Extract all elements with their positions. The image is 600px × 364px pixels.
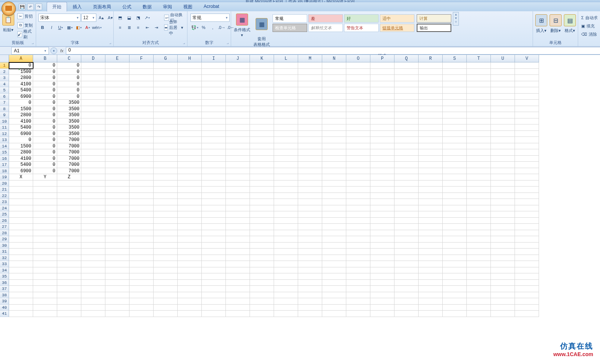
cell-D34[interactable] (81, 267, 105, 274)
cell-G31[interactable] (154, 249, 178, 255)
fill-color-button[interactable]: ◧ (75, 23, 83, 32)
cell-C1[interactable]: 0 (57, 62, 81, 69)
cell-K4[interactable] (250, 81, 274, 88)
cell-O3[interactable] (346, 75, 370, 81)
colhdr-D[interactable]: D (81, 55, 105, 62)
cell-F21[interactable] (129, 187, 154, 193)
cell-V8[interactable] (515, 106, 539, 112)
cell-M27[interactable] (298, 224, 322, 230)
fill-button[interactable]: ▣填充 (581, 22, 598, 30)
cell-E38[interactable] (105, 292, 129, 299)
cell-T22[interactable] (467, 193, 491, 199)
cell-H13[interactable] (178, 137, 202, 143)
cell-F26[interactable] (129, 218, 154, 224)
cell-N15[interactable] (322, 149, 346, 156)
cell-U23[interactable] (491, 199, 515, 205)
colhdr-F[interactable]: F (129, 55, 154, 62)
cell-C14[interactable]: 7000 (57, 143, 81, 150)
cell-I24[interactable] (202, 205, 226, 212)
cell-T26[interactable] (467, 218, 491, 224)
cell-I14[interactable] (202, 143, 226, 150)
cell-H2[interactable] (178, 69, 202, 75)
cell-H37[interactable] (178, 286, 202, 292)
cell-A10[interactable]: 4100 (9, 118, 33, 125)
cell-N10[interactable] (322, 118, 346, 125)
cell-L17[interactable] (274, 162, 298, 168)
cell-J8[interactable] (226, 106, 250, 112)
cell-I27[interactable] (202, 224, 226, 230)
cell-J34[interactable] (226, 267, 250, 274)
cell-H3[interactable] (178, 75, 202, 81)
cell-U22[interactable] (491, 193, 515, 199)
cell-K38[interactable] (250, 292, 274, 299)
cell-S3[interactable] (443, 75, 467, 81)
cell-N1[interactable] (322, 62, 346, 69)
cell-D26[interactable] (81, 218, 105, 224)
cell-H27[interactable] (178, 224, 202, 230)
rowhdr-39[interactable]: 39 (0, 298, 9, 305)
cell-C7[interactable]: 3500 (57, 100, 81, 106)
style-计算[interactable]: 计算 (417, 14, 451, 23)
cell-O9[interactable] (346, 112, 370, 118)
cell-O26[interactable] (346, 218, 370, 224)
column-headers[interactable]: ABCDEFGHIJKLMNOPQRSTUV (9, 55, 600, 62)
cell-M5[interactable] (298, 87, 322, 94)
cell-T29[interactable] (467, 236, 491, 243)
cell-G5[interactable] (154, 87, 178, 94)
cell-R25[interactable] (419, 211, 443, 218)
cell-Q37[interactable] (394, 286, 419, 292)
cell-O22[interactable] (346, 193, 370, 199)
cell-P18[interactable] (370, 168, 394, 174)
rowhdr-11[interactable]: 11 (0, 124, 9, 131)
cell-V33[interactable] (515, 261, 539, 267)
cell-S25[interactable] (443, 211, 467, 218)
align-bottom-icon[interactable]: ⬔ (134, 14, 142, 22)
cell-E12[interactable] (105, 131, 129, 137)
cell-I5[interactable] (202, 87, 226, 94)
cell-Q5[interactable] (394, 87, 419, 94)
cell-F40[interactable] (129, 305, 154, 311)
cell-P12[interactable] (370, 131, 394, 137)
cell-D41[interactable] (81, 311, 105, 317)
cell-Q6[interactable] (394, 94, 419, 100)
rowhdr-38[interactable]: 38 (0, 292, 9, 299)
cell-B33[interactable] (33, 261, 57, 267)
cell-B13[interactable]: 0 (33, 137, 57, 143)
cell-G37[interactable] (154, 286, 178, 292)
rowhdr-7[interactable]: 7 (0, 100, 9, 106)
cell-N29[interactable] (322, 236, 346, 243)
cell-G4[interactable] (154, 81, 178, 88)
cell-D4[interactable] (81, 81, 105, 88)
cell-S27[interactable] (443, 224, 467, 230)
cell-O30[interactable] (346, 243, 370, 249)
cell-M1[interactable] (298, 62, 322, 69)
cell-E4[interactable] (105, 81, 129, 88)
align-center-icon[interactable]: ≣ (125, 23, 133, 32)
cell-J19[interactable] (226, 174, 250, 180)
cell-O20[interactable] (346, 180, 370, 187)
cell-C5[interactable]: 0 (57, 87, 81, 94)
rowhdr-10[interactable]: 10 (0, 118, 9, 125)
cell-S23[interactable] (443, 199, 467, 205)
cell-D20[interactable] (81, 180, 105, 187)
cell-D24[interactable] (81, 205, 105, 212)
cell-I22[interactable] (202, 193, 226, 199)
cell-J41[interactable] (226, 311, 250, 317)
rowhdr-32[interactable]: 32 (0, 255, 9, 261)
cell-R4[interactable] (419, 81, 443, 88)
cell-M40[interactable] (298, 305, 322, 311)
cell-V21[interactable] (515, 187, 539, 193)
cell-N5[interactable] (322, 87, 346, 94)
cell-A4[interactable]: 4100 (9, 81, 33, 88)
cell-M30[interactable] (298, 243, 322, 249)
cell-V27[interactable] (515, 224, 539, 230)
bold-button[interactable]: B (38, 23, 47, 32)
cell-J4[interactable] (226, 81, 250, 88)
cell-N35[interactable] (322, 273, 346, 280)
cell-F9[interactable] (129, 112, 154, 118)
cell-C33[interactable] (57, 261, 81, 267)
qat-undo-icon[interactable]: ↶ (27, 3, 34, 10)
cell-Q33[interactable] (394, 261, 419, 267)
cell-B24[interactable] (33, 205, 57, 212)
align-right-icon[interactable]: ≡ (134, 23, 142, 32)
